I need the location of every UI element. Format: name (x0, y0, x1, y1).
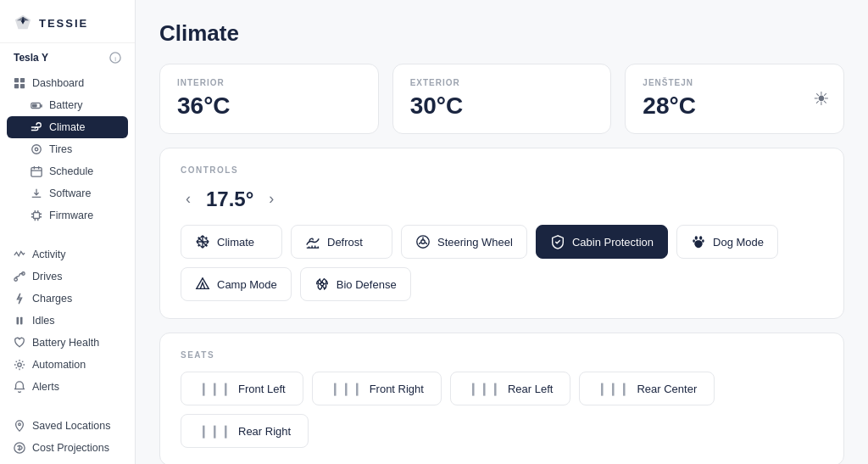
cabin-protection-button[interactable]: Cabin Protection (536, 225, 668, 259)
sidebar-item-battery-health[interactable]: Battery Health (0, 332, 135, 354)
interior-label: INTERIOR (177, 78, 361, 87)
sidebar-item-integrations[interactable]: Integrations (0, 459, 135, 464)
cabin-protection-label: Cabin Protection (572, 236, 654, 249)
sidebar-main-section: Dashboard Battery Climate Tires (0, 69, 135, 230)
front-right-label: Front Right (370, 383, 424, 395)
settings-icon (14, 359, 25, 371)
seat-heat-icon: ❙❙❙ (597, 381, 630, 396)
sidebar-item-dashboard[interactable]: Dashboard (0, 72, 135, 94)
climate-control-button[interactable]: Climate (181, 225, 282, 259)
sidebar-item-drives[interactable]: Drives (0, 266, 135, 288)
sidebar-item-label: Cost Projections (32, 442, 109, 454)
sidebar-item-tires[interactable]: Tires (0, 138, 135, 160)
interior-temp-card: INTERIOR 36°C (159, 64, 379, 134)
svg-text:i: i (114, 55, 116, 63)
sidebar-item-saved-locations[interactable]: Saved Locations (0, 415, 135, 437)
svg-rect-11 (33, 104, 36, 107)
sidebar-item-label: Activity (32, 249, 66, 260)
rear-right-label: Rear Right (238, 425, 291, 438)
sidebar-item-idles[interactable]: Idles (0, 310, 135, 332)
svg-rect-15 (34, 213, 40, 219)
jensteijn-temp-card: JENŠTEJN 28°C ☀ (625, 64, 844, 134)
heart-icon (14, 337, 25, 349)
front-right-seat-button[interactable]: ❙❙❙ Front Right (312, 372, 442, 405)
sidebar-bottom-section: Saved Locations Cost Projections Integra… (0, 411, 135, 464)
rear-right-seat-button[interactable]: ❙❙❙ Rear Right (181, 414, 309, 448)
sidebar-item-label: Drives (32, 271, 62, 282)
interior-value: 36°C (177, 92, 361, 120)
sidebar-item-label: Automation (32, 359, 86, 371)
controls-section-label: CONTROLS (181, 165, 823, 175)
sidebar-item-battery[interactable]: Battery (0, 94, 135, 116)
svg-rect-8 (14, 84, 19, 88)
grid-icon (14, 77, 25, 89)
sidebar-item-label: Idles (32, 315, 54, 327)
sidebar-item-charges[interactable]: Charges (0, 288, 135, 310)
seats-section-label: SEATS (181, 350, 823, 360)
temp-decrease-button[interactable]: ‹ (181, 187, 196, 211)
sidebar-item-label: Climate (49, 121, 85, 133)
exterior-temp-card: EXTERIOR 30°C (392, 64, 612, 134)
sidebar-item-label: Dashboard (32, 77, 84, 89)
biohazard-icon (314, 277, 330, 292)
sidebar: TESSIE Tesla Y i Dashboard Battery (0, 0, 136, 464)
camp-mode-label: Camp Mode (217, 278, 277, 291)
defrost-icon (305, 234, 320, 249)
temp-control: ‹ 17.5° › (181, 187, 823, 211)
svg-point-16 (14, 278, 18, 282)
bio-defense-label: Bio Defense (337, 278, 397, 291)
sidebar-item-label: Charges (32, 293, 72, 305)
svg-point-12 (32, 145, 42, 154)
sidebar-item-activity[interactable]: Activity (0, 243, 135, 266)
shield-icon (550, 234, 565, 249)
info-icon[interactable]: i (109, 52, 121, 64)
svg-point-20 (18, 363, 21, 366)
sidebar-item-software[interactable]: Software (0, 182, 135, 204)
dog-mode-label: Dog Mode (713, 236, 764, 249)
logo-text: TESSIE (39, 17, 88, 30)
temp-control-value: 17.5° (206, 187, 253, 211)
bio-defense-button[interactable]: Bio Defense (300, 267, 411, 301)
sidebar-logo: TESSIE (0, 0, 135, 43)
sidebar-item-schedule[interactable]: Schedule (0, 160, 135, 182)
seats-grid: ❙❙❙ Front Left ❙❙❙ Front Right ❙❙❙ Rear … (181, 372, 823, 448)
pause-icon (14, 315, 25, 327)
map-pin-icon (14, 420, 25, 432)
steering-wheel-label: Steering Wheel (437, 236, 513, 249)
battery-icon (31, 99, 42, 111)
sidebar-item-label: Alerts (32, 381, 59, 393)
steering-wheel-button[interactable]: Steering Wheel (401, 225, 527, 259)
controls-card: CONTROLS ‹ 17.5° › Climate (159, 148, 844, 319)
controls-buttons-grid: Climate Defrost Steering Wh (181, 225, 823, 301)
camp-mode-button[interactable]: Camp Mode (181, 267, 292, 301)
dog-mode-button[interactable]: Dog Mode (676, 225, 778, 259)
sidebar-item-label: Firmware (49, 210, 93, 221)
sidebar-item-label: Tires (49, 143, 72, 155)
sidebar-item-cost-projections[interactable]: Cost Projections (0, 437, 135, 459)
climate-control-label: Climate (217, 236, 254, 249)
sidebar-item-label: Battery Health (32, 337, 99, 349)
temp-increase-button[interactable]: › (264, 187, 279, 211)
calendar-icon (31, 165, 42, 177)
rear-center-seat-button[interactable]: ❙❙❙ Rear Center (579, 372, 715, 405)
rear-left-seat-button[interactable]: ❙❙❙ Rear Left (450, 372, 570, 405)
wind-icon (31, 121, 42, 133)
sidebar-item-label: Schedule (49, 165, 93, 177)
rear-left-label: Rear Left (508, 383, 553, 395)
sidebar-item-firmware[interactable]: Firmware (0, 204, 135, 226)
chip-icon (31, 210, 42, 221)
svg-point-35 (320, 282, 324, 286)
front-left-seat-button[interactable]: ❙❙❙ Front Left (181, 372, 303, 405)
temperature-row: INTERIOR 36°C EXTERIOR 30°C JENŠTEJN 28°… (159, 64, 844, 134)
svg-point-31 (699, 236, 702, 240)
defrost-control-button[interactable]: Defrost (291, 225, 392, 259)
svg-point-30 (695, 236, 698, 240)
sidebar-item-automation[interactable]: Automation (0, 354, 135, 376)
svg-point-32 (693, 239, 695, 243)
defrost-control-label: Defrost (327, 236, 363, 249)
svg-rect-9 (20, 84, 25, 88)
exterior-label: EXTERIOR (410, 78, 594, 87)
sidebar-item-climate[interactable]: Climate (7, 116, 128, 138)
sidebar-item-alerts[interactable]: Alerts (0, 376, 135, 398)
paw-icon (691, 234, 706, 249)
